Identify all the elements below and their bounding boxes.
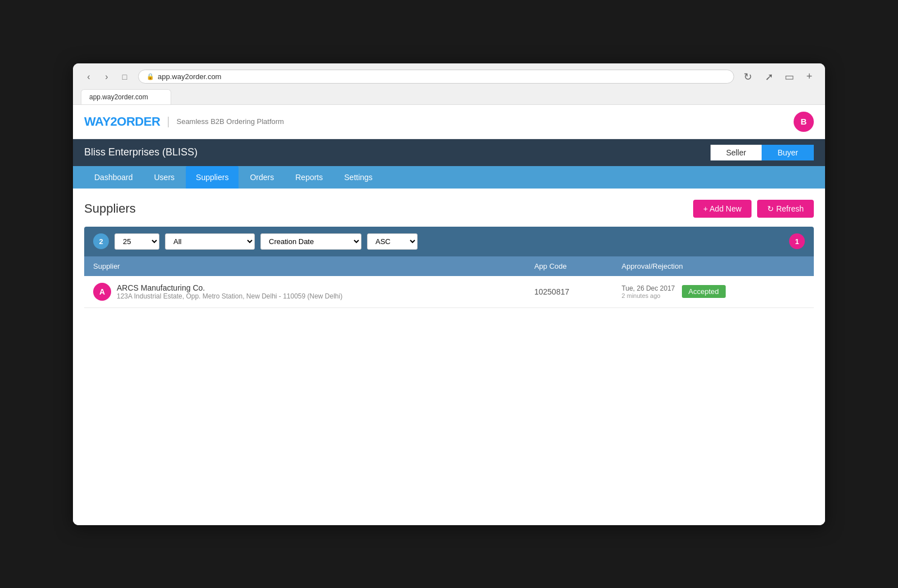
page-badge: 1 [789, 233, 805, 249]
app-code-cell: 10250817 [525, 276, 613, 308]
new-tab-button[interactable]: + [801, 69, 817, 85]
sort-by-select[interactable]: Creation Date Name App Code [260, 233, 361, 250]
url-text: app.way2order.com [158, 72, 221, 81]
nav-item-settings[interactable]: Settings [334, 166, 383, 189]
browser-actions: ➚ ▭ + [761, 69, 817, 85]
address-bar[interactable]: 🔒 app.way2order.com [138, 70, 734, 84]
company-bar: Bliss Enterprises (BLISS) Seller Buyer [73, 139, 825, 166]
browser-nav-buttons: ‹ › □ [81, 69, 132, 85]
nav-item-users[interactable]: Users [144, 166, 185, 189]
role-buttons: Seller Buyer [711, 145, 814, 160]
browser-window: ‹ › □ 🔒 app.way2order.com ↻ ➚ ▭ + app.wa… [73, 63, 825, 525]
page-header: Suppliers + Add New ↻ Refresh [84, 200, 814, 218]
lock-icon: 🔒 [146, 73, 154, 80]
back-button[interactable]: ‹ [81, 69, 97, 85]
page-content: Suppliers + Add New ↻ Refresh 2 25 50 10… [73, 189, 825, 525]
page-title: Suppliers [84, 201, 136, 216]
logo-divider: | [167, 115, 169, 128]
nav-bar: Dashboard Users Suppliers Orders Reports… [73, 166, 825, 189]
seller-button[interactable]: Seller [711, 145, 762, 160]
approval-date: Tue, 26 Dec 2017 [622, 284, 675, 292]
count-badge: 2 [93, 233, 109, 249]
browser-chrome: ‹ › □ 🔒 app.way2order.com ↻ ➚ ▭ + app.wa… [73, 63, 825, 105]
status-badge: Accepted [682, 285, 726, 298]
app-code-value: 10250817 [534, 287, 569, 296]
per-page-select[interactable]: 25 50 100 [114, 233, 159, 250]
nav-item-reports[interactable]: Reports [285, 166, 333, 189]
supplier-info: ARCS Manufacturing Co. 123A Industrial E… [117, 283, 342, 300]
browser-tab-bar: app.way2order.com [81, 89, 817, 104]
app-content: WAY2ORDER | Seamless B2B Ordering Platfo… [73, 105, 825, 525]
approval-time: 2 minutes ago [622, 292, 675, 299]
add-new-button[interactable]: + Add New [693, 200, 752, 218]
app-logo: WAY2ORDER [84, 114, 160, 129]
browser-tab[interactable]: app.way2order.com [81, 89, 171, 104]
nav-item-suppliers[interactable]: Suppliers [186, 166, 239, 189]
supplier-avatar: A [93, 283, 111, 301]
supplier-cell: A ARCS Manufacturing Co. 123A Industrial… [84, 276, 525, 308]
supplier-name: ARCS Manufacturing Co. [117, 283, 342, 292]
app-tagline: Seamless B2B Ordering Platform [176, 117, 283, 126]
status-filter-select[interactable]: All Accepted Pending Rejected [165, 233, 255, 250]
filters-bar: 2 25 50 100 All Accepted Pending Rejecte… [84, 227, 814, 256]
approval-cell: Tue, 26 Dec 2017 2 minutes ago Accepted [613, 276, 814, 308]
col-supplier: Supplier [84, 256, 525, 276]
col-app-code: App Code [525, 256, 613, 276]
company-name: Bliss Enterprises (BLISS) [84, 146, 198, 158]
supplier-address: 123A Industrial Estate, Opp. Metro Stati… [117, 292, 342, 300]
buyer-button[interactable]: Buyer [762, 145, 814, 160]
duplicate-button[interactable]: ▭ [781, 69, 797, 85]
refresh-button[interactable]: ↻ Refresh [757, 200, 814, 218]
nav-item-orders[interactable]: Orders [240, 166, 284, 189]
approval-date-container: Tue, 26 Dec 2017 2 minutes ago [622, 284, 675, 299]
col-approval: Approval/Rejection [613, 256, 814, 276]
user-avatar[interactable]: B [794, 112, 814, 132]
tab-title: app.way2order.com [89, 93, 148, 101]
table-row[interactable]: A ARCS Manufacturing Co. 123A Industrial… [84, 276, 814, 308]
forward-button[interactable]: › [99, 69, 114, 85]
nav-item-dashboard[interactable]: Dashboard [84, 166, 143, 189]
header-actions: + Add New ↻ Refresh [693, 200, 814, 218]
suppliers-table: Supplier App Code Approval/Rejection A A… [84, 256, 814, 308]
table-header-row: Supplier App Code Approval/Rejection [84, 256, 814, 276]
tab-button[interactable]: □ [117, 69, 132, 85]
share-button[interactable]: ➚ [761, 69, 777, 85]
sort-order-select[interactable]: ASC DESC [367, 233, 418, 250]
reload-button[interactable]: ↻ [740, 69, 755, 85]
logo-area: WAY2ORDER | Seamless B2B Ordering Platfo… [84, 114, 284, 129]
app-header: WAY2ORDER | Seamless B2B Ordering Platfo… [73, 105, 825, 139]
